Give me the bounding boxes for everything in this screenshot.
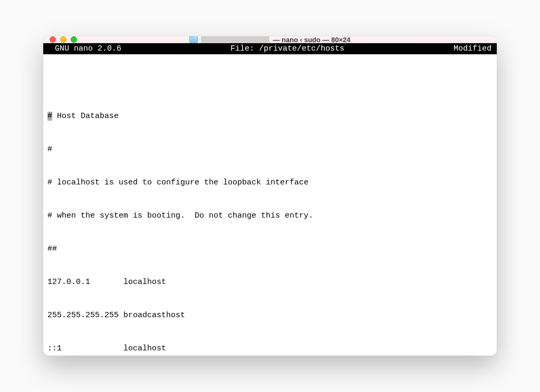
editor-line: ::1 localhost	[47, 343, 493, 354]
editor-line: # localhost is used to configure the loo…	[47, 177, 493, 188]
folder-icon	[189, 36, 198, 43]
minimize-icon[interactable]	[60, 36, 66, 43]
nano-status: Modified	[454, 43, 493, 54]
window-title-text: — nano ‹ sudo — 80×24	[273, 36, 350, 44]
redacted-segment	[201, 36, 269, 43]
nano-app-name: GNU nano 2.0.6	[47, 43, 121, 54]
nano-header: GNU nano 2.0.6 File: /private/etc/hosts …	[43, 43, 497, 54]
cursor: #	[47, 112, 52, 121]
editor-line: # Host Database	[47, 111, 493, 122]
editor-line: 127.0.0.1 localhost	[47, 277, 493, 288]
editor-line: # when the system is booting. Do not cha…	[47, 210, 493, 221]
terminal-body[interactable]: GNU nano 2.0.6 File: /private/etc/hosts …	[43, 43, 497, 356]
terminal-window: — nano ‹ sudo — 80×24 GNU nano 2.0.6 Fil…	[43, 36, 497, 356]
editor-line: 255.255.255.255 broadcasthost	[47, 310, 493, 321]
editor-line: ##	[47, 243, 493, 254]
window-title: — nano ‹ sudo — 80×24	[43, 36, 497, 44]
editor-content[interactable]: # Host Database # # localhost is used to…	[43, 54, 497, 356]
nano-file-label: File: /private/etc/hosts	[121, 43, 454, 54]
traffic-lights	[50, 36, 77, 43]
close-icon[interactable]	[50, 36, 56, 43]
window-titlebar: — nano ‹ sudo — 80×24	[43, 36, 497, 43]
maximize-icon[interactable]	[71, 36, 77, 43]
editor-line: #	[47, 144, 493, 155]
